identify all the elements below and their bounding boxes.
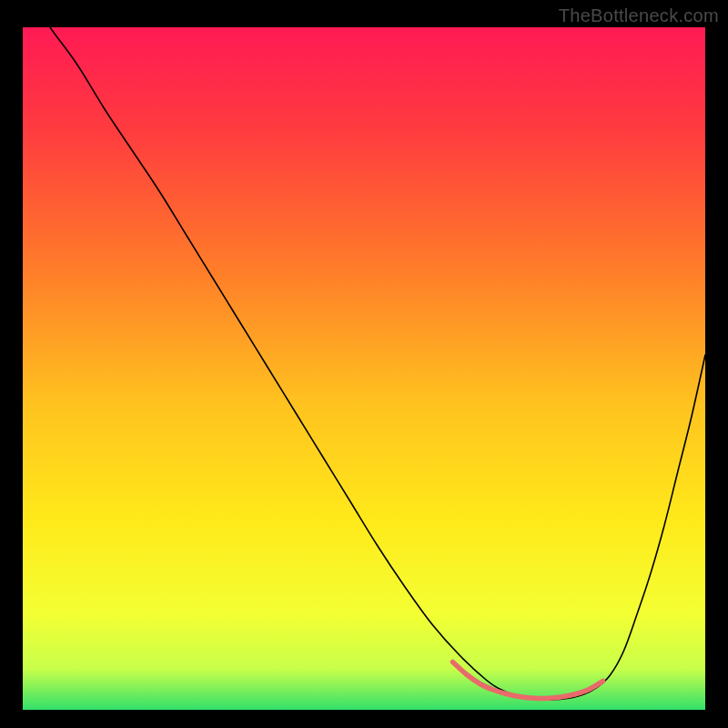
plot-area	[23, 27, 705, 710]
gradient-background	[23, 27, 705, 710]
attribution-text: TheBottleneck.com	[559, 5, 719, 26]
chart-container: TheBottleneck.com	[0, 0, 728, 728]
chart-svg	[23, 27, 705, 710]
